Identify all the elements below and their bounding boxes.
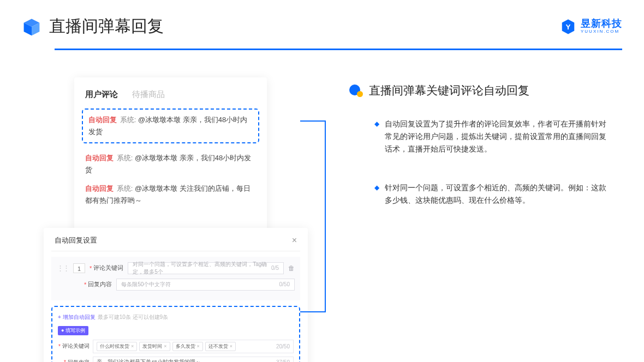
content-count: 0/50 bbox=[279, 281, 290, 287]
required-dot: * bbox=[90, 265, 92, 272]
comments-tabs: 用户评论 待播商品 bbox=[85, 89, 256, 100]
page-title: 直播间弹幕回复 bbox=[49, 15, 164, 38]
keyword-label: * 评论关键词 bbox=[90, 264, 123, 272]
auto-reply-settings-panel: 自动回复设置 × ⋮⋮ 1 * 评论关键词 对同一个问题，可设置多个相近、高频的… bbox=[44, 228, 308, 362]
brand-name: 昱新科技 bbox=[581, 19, 622, 29]
dots-icon bbox=[349, 85, 363, 96]
example-keyword-count: 20/50 bbox=[276, 343, 290, 349]
index-box: 1 bbox=[73, 263, 85, 273]
comments-panel: 用户评论 待播商品 自动回复 系统: @冰墩墩本墩 亲亲，我们48小时内发货 自… bbox=[74, 77, 267, 236]
right-section-header: 直播间弹幕关键词评论自动回复 bbox=[349, 83, 622, 98]
reply-item: 自动回复 系统: @冰墩墩本墩 关注我们的店铺，每日都有热门推荐哟～ bbox=[85, 183, 256, 207]
content-input[interactable]: 每条限50个中文字符 0/50 bbox=[116, 279, 295, 291]
example-section: + 增加自动回复 最多可建10条 还可以创建9条 ● 填写示例 * 评论关键词 … bbox=[51, 306, 300, 362]
diamond-icon: ◆ bbox=[374, 119, 379, 155]
diamond-icon: ◆ bbox=[374, 183, 379, 207]
keyword-tag[interactable]: 发货时间× bbox=[139, 342, 170, 351]
bullet-text: 针对同一个问题，可设置多个相近的、高频的关键词。例如：这款多少钱、这块能优惠吗、… bbox=[385, 182, 611, 207]
settings-title: 自动回复设置 bbox=[55, 236, 97, 245]
required-dot: * bbox=[58, 343, 61, 349]
highlighted-reply: 自动回复 系统: @冰墩墩本墩 亲亲，我们48小时内发货 bbox=[82, 108, 259, 143]
header-left: 直播间弹幕回复 bbox=[22, 15, 164, 38]
bullet-item: ◆ 自动回复设置为了提升作者的评论回复效率，作者可在开播前针对常见的评论用户问题… bbox=[349, 118, 622, 155]
content-placeholder: 每条限50个中文字符 bbox=[121, 281, 171, 288]
add-hint: 最多可建10条 还可以创建9条 bbox=[98, 313, 168, 321]
svg-text:Y: Y bbox=[565, 23, 570, 31]
settings-form: ⋮⋮ 1 * 评论关键词 对同一个问题，可设置多个相近、高频的关键词，Tag确定… bbox=[51, 257, 300, 300]
reply-item: 自动回复 系统: @冰墩墩本墩 亲亲，我们48小时内发货 bbox=[85, 152, 256, 176]
auto-reply-tag: 自动回复 bbox=[85, 184, 114, 192]
bullet-text: 自动回复设置为了提升作者的评论回复效率，作者可在开播前针对常见的评论用户问题，提… bbox=[385, 118, 611, 155]
keyword-input[interactable]: 对同一个问题，可设置多个相近、高频的关键词，Tag确定，最多5个 0/5 bbox=[128, 262, 284, 274]
example-content-value: 亲，我们这边都是下单48小时内发货的哦～ bbox=[97, 359, 201, 362]
delete-icon[interactable]: 🗑 bbox=[288, 264, 295, 272]
close-icon[interactable]: × bbox=[292, 236, 297, 245]
cube-icon bbox=[22, 17, 41, 37]
required-dot: * bbox=[84, 281, 86, 288]
auto-reply-tag: 自动回复 bbox=[85, 154, 114, 162]
add-auto-reply-link[interactable]: + 增加自动回复 最多可建10条 还可以创建9条 bbox=[58, 313, 294, 321]
slide-header: 直播间弹幕回复 Y 昱新科技 YUUXIN.COM bbox=[0, 0, 644, 43]
example-pill: ● 填写示例 bbox=[58, 326, 88, 335]
brand-subtitle: YUUXIN.COM bbox=[581, 29, 622, 34]
tab-user-comments[interactable]: 用户评论 bbox=[85, 89, 118, 100]
keyword-placeholder: 对同一个问题，可设置多个相近、高频的关键词，Tag确定，最多5个 bbox=[133, 261, 271, 276]
keyword-tag[interactable]: 什么时候发货× bbox=[97, 342, 137, 351]
section-title: 直播间弹幕关键词评论自动回复 bbox=[369, 83, 529, 98]
example-tag-list: 什么时候发货× 发货时间× 多久发货× 还不发货× bbox=[97, 342, 238, 351]
auto-reply-tag: 自动回复 bbox=[88, 116, 117, 124]
system-label: 系统: bbox=[117, 184, 133, 192]
brand-logo-icon: Y bbox=[560, 19, 576, 35]
example-content-count: 37/50 bbox=[276, 359, 290, 362]
keyword-tag[interactable]: 还不发货× bbox=[205, 342, 236, 351]
system-label: 系统: bbox=[120, 116, 136, 124]
system-label: 系统: bbox=[117, 154, 133, 162]
example-keyword-label: * 评论关键词 bbox=[58, 342, 90, 350]
example-content-field[interactable]: 亲，我们这边都是下单48小时内发货的哦～ 37/50 bbox=[93, 357, 294, 362]
required-dot: * bbox=[64, 359, 66, 362]
example-content-label: * 回复内容 bbox=[58, 359, 90, 362]
tab-products[interactable]: 待播商品 bbox=[132, 89, 165, 100]
content-label: * 回复内容 bbox=[84, 280, 112, 288]
example-keyword-field[interactable]: 什么时候发货× 发货时间× 多久发货× 还不发货× 20/50 bbox=[93, 340, 294, 353]
brand: Y 昱新科技 YUUXIN.COM bbox=[560, 19, 622, 35]
keyword-tag[interactable]: 多久发货× bbox=[172, 342, 203, 351]
drag-handle-icon[interactable]: ⋮⋮ bbox=[57, 264, 69, 272]
bullet-item: ◆ 针对同一个问题，可设置多个相近的、高频的关键词。例如：这款多少钱、这块能优惠… bbox=[349, 182, 622, 207]
keyword-count: 0/5 bbox=[271, 265, 279, 271]
reply-item: 自动回复 系统: @冰墩墩本墩 亲亲，我们48小时内发货 bbox=[88, 114, 253, 138]
